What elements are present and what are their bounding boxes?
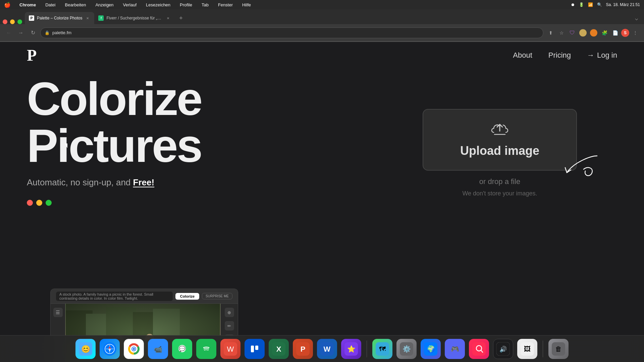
new-tab-button[interactable]: + (176, 13, 185, 23)
dock-divider-2 (543, 341, 543, 357)
tab-end: ⌵ (632, 13, 641, 24)
menu-hilfe[interactable]: Hilfe (240, 2, 253, 8)
minimize-button[interactable] (10, 19, 15, 24)
close-button[interactable] (3, 19, 7, 24)
maximize-button[interactable] (17, 19, 22, 24)
menu-profile[interactable]: Profile (178, 2, 194, 8)
dock-trash[interactable]: 🗑 (548, 339, 569, 359)
tab-favicon-fiverr: f (98, 15, 104, 21)
tab-fiverr[interactable]: f Fiverr / Suchergebnisse für „b… ✕ (94, 12, 175, 24)
dock-zoom[interactable]: 📹 (148, 339, 168, 359)
svg-text:😊: 😊 (81, 345, 91, 354)
nav-pricing[interactable]: Pricing (548, 51, 571, 60)
hero-subtitle-pre: Automatic, no sign-up, and (27, 177, 133, 187)
tab-list-button[interactable]: ⌵ (632, 13, 641, 23)
back-button[interactable]: ← (4, 28, 13, 38)
svg-text:🗺: 🗺 (379, 345, 386, 353)
extensions-button[interactable]: 🧩 (600, 28, 609, 38)
shield-icon: 🛡 (568, 28, 577, 38)
menu-lesezeichen[interactable]: Lesezeichen (144, 2, 172, 8)
bookmark-button[interactable]: ☆ (557, 28, 566, 38)
hero-line2: Pictures (27, 122, 201, 169)
menu-fenster[interactable]: Fenster (216, 2, 235, 8)
dock-discord[interactable]: 🎮 (445, 339, 465, 359)
dock-spotify[interactable] (196, 339, 216, 359)
forward-button[interactable]: → (16, 28, 25, 38)
tab-title-palette: Palette – Colorize Photos (37, 16, 82, 20)
upload-drop-label: or drop a file (423, 177, 577, 186)
tab-close-fiverr[interactable]: ✕ (165, 15, 171, 21)
svg-point-35 (202, 345, 210, 353)
preview-prompt-input[interactable]: A stock photo. A family having a picnic … (56, 292, 173, 301)
dock-chrome[interactable] (124, 339, 144, 359)
tab-bar: P Palette – Colorize Photos ✕ f Fiverr /… (0, 9, 644, 24)
dock-excel[interactable]: X (269, 339, 289, 359)
preview-colorize-button[interactable]: Colorize (175, 293, 199, 300)
hero-line1: Colorize (27, 75, 201, 122)
dock-trello[interactable] (245, 339, 265, 359)
profile-avatar[interactable]: S (621, 29, 629, 37)
dock: 😊 📹 💬 W X P W ⭐ 🗺 ⚙️ 🌍 🎮 (0, 335, 644, 362)
nav-login[interactable]: → Log in (587, 51, 617, 60)
dock-sound[interactable]: 🔊 (493, 339, 513, 359)
dock-quicken[interactable] (469, 339, 489, 359)
svg-text:X: X (276, 345, 281, 353)
extension-2[interactable] (590, 29, 597, 37)
tab-close-palette[interactable]: ✕ (85, 15, 90, 21)
svg-rect-38 (248, 342, 261, 356)
dock-whatsapp[interactable]: 💬 (172, 339, 192, 359)
menu-verlauf[interactable]: Verlauf (121, 2, 139, 8)
preview-surprise-button[interactable]: SURPRISE ME (202, 293, 232, 299)
search-icon[interactable]: 🔍 (597, 2, 602, 7)
lock-icon: 🔒 (45, 31, 50, 35)
dock-safari[interactable] (100, 339, 120, 359)
menu-tab[interactable]: Tab (200, 2, 211, 8)
dock-finder[interactable]: 😊 (75, 339, 96, 359)
hero-subtitle: Automatic, no sign-up, and Free! (27, 177, 201, 188)
zoom-icon[interactable]: ⊕ (225, 308, 234, 317)
svg-point-28 (133, 348, 135, 350)
reader-mode-button[interactable]: 📄 (610, 28, 620, 38)
nav-about[interactable]: About (513, 51, 532, 60)
dock-photos[interactable]: 🖼 (517, 339, 537, 359)
traffic-lights (3, 19, 22, 24)
dock-reeder[interactable]: ⭐ (341, 339, 361, 359)
dot-green (46, 200, 52, 206)
dock-divider (367, 341, 367, 357)
upload-section: Upload image or drop a file We don't sto… (423, 109, 577, 197)
menu-bearbeiten[interactable]: Bearbeiten (63, 2, 88, 8)
tab-title-fiverr: Fiverr / Suchergebnisse für „b… (106, 16, 163, 20)
share-button[interactable]: ⬆ (546, 28, 555, 38)
menu-bar-right: ⏺ 🔋 📶 🔍 Sa. 18. März 21:51 (571, 2, 640, 7)
dock-maps[interactable]: 🗺 (372, 339, 392, 359)
reload-button[interactable]: ↻ (28, 28, 38, 38)
color-dots (27, 200, 201, 206)
nav-right-controls: ⬆ ☆ 🛡 🧩 📄 S ⋮ (546, 28, 640, 38)
menu-datei[interactable]: Datei (43, 2, 57, 8)
dock-word[interactable]: W (317, 339, 337, 359)
edit-icon[interactable]: ✏ (225, 321, 234, 330)
site-header: P About Pricing → Log in (0, 42, 644, 69)
svg-text:P: P (301, 345, 306, 353)
svg-rect-39 (251, 346, 254, 352)
svg-text:🖼: 🖼 (524, 345, 531, 353)
menu-chrome[interactable]: Chrome (17, 2, 38, 8)
menu-anzeigen[interactable]: Anzeigen (93, 2, 115, 8)
dot-red (27, 200, 33, 206)
address-bar[interactable]: 🔒 palette.fm (40, 27, 543, 38)
site-logo[interactable]: P (27, 47, 36, 63)
dock-wrike[interactable]: W (220, 339, 240, 359)
dock-settings[interactable]: ⚙️ (396, 339, 417, 359)
svg-text:💬: 💬 (179, 346, 185, 352)
hamburger-icon[interactable]: ☰ (53, 308, 63, 317)
upload-box[interactable]: Upload image (423, 109, 577, 171)
more-button[interactable]: ⋮ (631, 28, 640, 38)
dock-powerpoint[interactable]: P (293, 339, 313, 359)
tab-palette[interactable]: P Palette – Colorize Photos ✕ (25, 12, 94, 24)
dock-globe[interactable]: 🌍 (421, 339, 441, 359)
svg-text:W: W (227, 345, 234, 353)
extension-1[interactable] (579, 29, 587, 37)
login-icon: → (587, 51, 594, 60)
apple-menu[interactable]: 🍎 (4, 2, 11, 8)
wifi-icon: 📶 (588, 2, 593, 7)
